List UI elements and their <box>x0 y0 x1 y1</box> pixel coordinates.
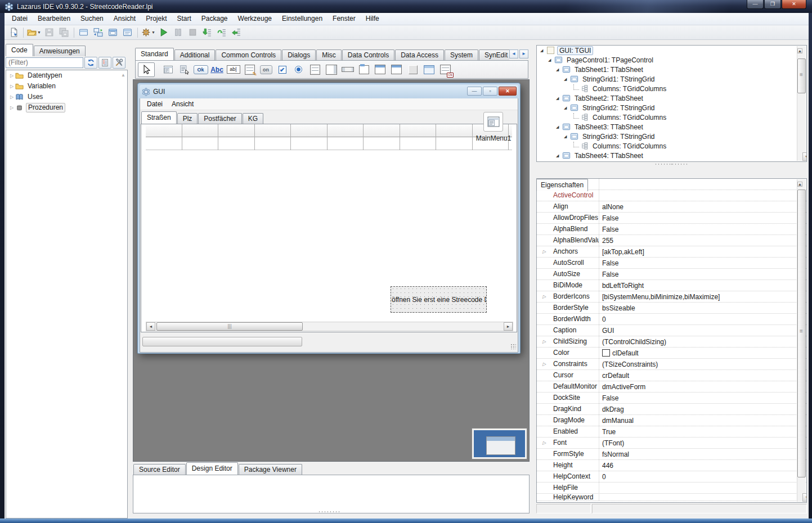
dropdown-caret-icon[interactable]: ▼ <box>151 30 155 34</box>
property-value-cell[interactable]: fsNormal <box>599 450 806 458</box>
expander-icon[interactable]: ▷ <box>8 84 15 89</box>
tree-item-variablen[interactable]: ▷ Variablen <box>6 81 127 92</box>
menu-item[interactable]: Hilfe <box>361 13 384 25</box>
palette-tab[interactable]: Additional <box>174 49 216 60</box>
page-control-tab[interactable]: Plz <box>177 113 198 124</box>
property-value-cell[interactable]: 0 <box>599 473 806 481</box>
tab-source-editor[interactable]: Source Editor <box>133 464 186 475</box>
AlphaBlend[interactable]: ▷ AlphaBlend False <box>537 224 806 235</box>
AllowDropFiles[interactable]: ▷ AllowDropFiles False <box>537 213 806 224</box>
HelpContext[interactable]: ▷ HelpContext 0 <box>537 471 806 483</box>
scrollbar-thumb[interactable] <box>797 58 806 93</box>
expand-icon[interactable]: ▷ <box>542 249 546 254</box>
component-tlabel[interactable]: Abc <box>209 62 225 77</box>
collapse-icon[interactable] <box>564 134 570 139</box>
tab-package-viewner[interactable]: Package Viewner <box>239 464 302 475</box>
scroll-right-icon[interactable]: ► <box>519 49 528 58</box>
expander-icon[interactable]: ▷ <box>8 105 15 110</box>
inspector-tree-item[interactable]: PageControl1: TPageControl <box>537 55 806 65</box>
form-menu-item[interactable]: Datei <box>142 98 167 110</box>
AlphaBlendValu[interactable]: ▷ AlphaBlendValu 255 <box>537 235 806 246</box>
property-value-cell[interactable]: (TFont) <box>599 439 806 447</box>
property-value-cell[interactable]: clDefault <box>599 349 806 357</box>
component-tframe[interactable] <box>421 62 437 77</box>
inspector-tree-item[interactable]: StringGrid1: TStringGrid <box>537 74 806 84</box>
DockSite[interactable]: ▷ DockSite False <box>537 393 806 404</box>
scroll-up-icon[interactable]: ▲ <box>797 48 802 53</box>
toolbar-button[interactable]: ▼ <box>23 28 24 38</box>
component-tpanel[interactable] <box>405 62 420 77</box>
scrollbar-thumb[interactable] <box>797 190 806 477</box>
Anchors[interactable]: ▷ Anchors [akTop,akLeft] <box>537 246 806 258</box>
property-value-cell[interactable]: 255 <box>599 237 806 245</box>
HelpFile[interactable]: ▷ HelpFile <box>537 483 806 494</box>
mainmenu-component[interactable] <box>483 112 503 132</box>
property-value-cell[interactable]: dkDrag <box>599 405 806 413</box>
Caption[interactable]: ▷ Caption GUI <box>537 325 806 336</box>
palette-tab[interactable]: Standard <box>135 48 174 60</box>
property-value-cell[interactable]: GUI <box>599 327 806 335</box>
DragKind[interactable]: ▷ DragKind dkDrag <box>537 404 806 415</box>
property-value-cell[interactable]: False <box>599 394 806 402</box>
inspector-tree-item[interactable]: Columns: TGridColumns <box>537 112 806 122</box>
BiDiMode[interactable]: ▷ BiDiMode bdLeftToRight <box>537 280 806 291</box>
Color[interactable]: ▷ Color clDefault <box>537 348 806 359</box>
tab-page[interactable]: MainMenu1 öffnen Sie erst eine Streecode… <box>141 124 517 332</box>
property-value-cell[interactable]: bsSizeable <box>599 304 806 312</box>
Constraints[interactable]: ▷ Constraints (TSizeConstraints) <box>537 359 806 370</box>
view-forms-button[interactable]: ▼ <box>121 26 134 39</box>
menu-item[interactable]: Werkzeuge <box>233 13 277 25</box>
Align[interactable]: ▷ Align alNone <box>537 201 806 213</box>
inspector-tree-item[interactable]: StringGrid2: TStringGrid <box>537 103 806 112</box>
inspector-splitter[interactable] <box>536 163 807 166</box>
menu-item[interactable]: Datei <box>7 13 33 25</box>
inspector-tree-item[interactable]: TabSheet1: TTabSheet <box>537 65 806 74</box>
designed-form-window[interactable]: GUI —▫✕ DateiAnsicht StraßenPlzPostfäche… <box>137 83 521 354</box>
component-tlistbox[interactable] <box>307 62 322 77</box>
expander-icon[interactable]: ▷ <box>8 94 15 100</box>
menu-item[interactable]: Projekt <box>141 13 172 25</box>
resize-grip-icon[interactable] <box>510 344 516 349</box>
tab-anweisungen[interactable]: Anweisungen <box>34 46 86 56</box>
page-control-tab[interactable]: Straßen <box>141 111 177 124</box>
property-value-cell[interactable]: alNone <box>599 203 806 211</box>
title-bar[interactable]: Lazarus IDE v0.9.30.2 - StreetcodeReader… <box>0 0 812 13</box>
page-control-tab[interactable]: Postfächer <box>198 113 241 124</box>
property-value-cell[interactable]: bdLeftToRight <box>599 282 806 290</box>
window-minimize-button[interactable]: — <box>747 0 764 9</box>
hint-label-control[interactable]: öffnen Sie erst eine Streecode D <box>391 286 487 313</box>
inspector-tree-item[interactable]: TabSheet4: TTabSheet <box>537 151 806 160</box>
scroll-left-icon[interactable]: ◄ <box>509 49 518 58</box>
property-view-tab[interactable]: Eigenschaften <box>536 179 588 191</box>
HelpKeyword[interactable]: ▷ HelpKeyword <box>537 494 806 501</box>
scroll-down-icon[interactable]: ▼ <box>802 493 807 502</box>
DefaultMonitor[interactable]: ▷ DefaultMonitor dmActiveForm <box>537 381 806 393</box>
palette-tab[interactable]: Common Controls <box>216 49 281 60</box>
palette-tab[interactable]: Misc <box>316 49 342 60</box>
component-tcombobox[interactable] <box>324 62 339 77</box>
AutoScroll[interactable]: ▷ AutoScroll False <box>537 258 806 269</box>
scroll-down-icon[interactable]: ▼ <box>802 152 807 161</box>
inspector-tree-item[interactable]: TabSheet2: TTabSheet <box>537 93 806 103</box>
tree-item-uses[interactable]: ▷ Uses <box>6 92 127 102</box>
menu-item[interactable]: Bearbeiten <box>33 13 75 25</box>
form-minimize-button[interactable]: — <box>467 87 482 96</box>
inspector-tree-item[interactable]: GUI: TGUI <box>537 46 806 55</box>
property-value-cell[interactable]: 446 <box>599 462 806 470</box>
step-out-button[interactable]: ▼ <box>230 26 244 39</box>
palette-tab[interactable]: SynEdit <box>479 49 509 60</box>
property-value-cell[interactable]: (TSizeConstraints) <box>599 360 806 368</box>
save-button[interactable]: ▼ <box>43 26 56 39</box>
grid-horizontal-scrollbar[interactable]: ◄ ► <box>146 322 513 331</box>
inspector-tree-item[interactable]: StringGrid3: TStringGrid <box>537 132 806 141</box>
component-ttogglebox[interactable]: on <box>258 62 273 77</box>
collapse-icon[interactable] <box>564 106 570 110</box>
BorderIcons[interactable]: ▷ BorderIcons [biSystemMenu,biMinimize,b… <box>537 291 806 303</box>
inspector-tree-item[interactable]: Columns: TGridColumns <box>537 84 806 93</box>
tab-code[interactable]: Code <box>6 44 33 56</box>
menu-item[interactable]: Ansicht <box>109 13 141 25</box>
ChildSizing[interactable]: ▷ ChildSizing (TControlChildSizing) <box>537 336 806 348</box>
component-tcheckbox[interactable]: ✔ <box>275 62 290 77</box>
refresh-button[interactable] <box>84 57 97 69</box>
property-value-cell[interactable]: crDefault <box>599 372 806 380</box>
